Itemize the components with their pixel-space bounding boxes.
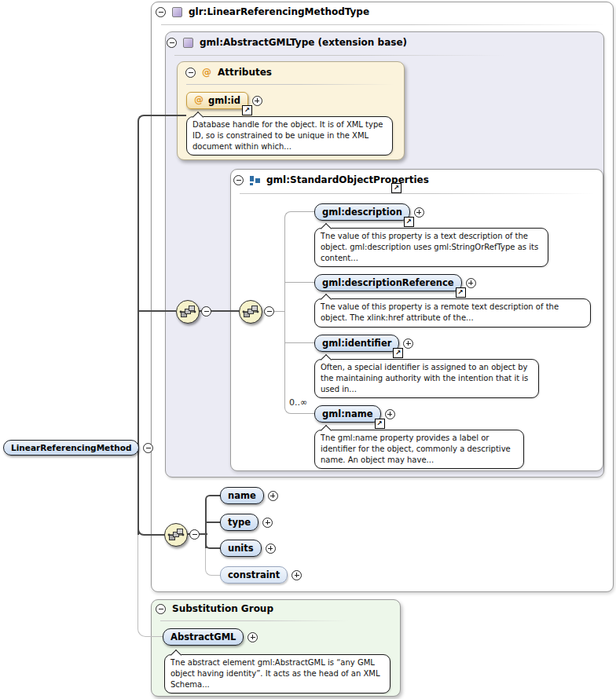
element-label: gml:identifier (322, 338, 391, 349)
connector (285, 282, 314, 283)
connector (273, 311, 284, 312)
element-label: gml:name (322, 408, 373, 419)
connector (138, 122, 139, 535)
element-label: LinearReferencingMethod (11, 443, 131, 452)
complex-type-icon (183, 38, 193, 48)
schema-diagram: glr:LinearReferencingMethodType gml:Abst… (0, 0, 616, 699)
expand-icon[interactable] (268, 491, 278, 501)
divider (160, 620, 349, 621)
connector (207, 522, 220, 523)
extension-base-title: gml:AbstractGMLType (extension base) (200, 37, 407, 48)
element-AbstractGML[interactable]: AbstractGML (163, 628, 244, 646)
complex-type-icon (172, 7, 182, 17)
connector (284, 220, 285, 408)
documentation-gml-id: Database handle for the object. It is of… (186, 116, 393, 156)
group-title: gml:StandardObjectProperties (266, 174, 429, 185)
expand-icon[interactable] (414, 207, 424, 218)
expand-icon[interactable] (262, 518, 273, 528)
goto-definition-icon[interactable]: ↗ (456, 287, 466, 298)
collapse-icon[interactable] (233, 175, 244, 185)
expand-icon[interactable] (266, 543, 276, 554)
element-gml-identifier[interactable]: gml:identifier ↗ (314, 335, 399, 352)
documentation-gml-description: The value of this property is a text des… (314, 228, 548, 267)
complex-type-title: glr:LinearReferencingMethodType (189, 6, 369, 17)
substitution-group-title: Substitution Group (172, 603, 273, 614)
attribute-icon: @ (194, 95, 204, 105)
element-label: AbstractGML (170, 631, 236, 642)
element-gml-description[interactable]: gml:description ↗ (314, 203, 410, 221)
element-label: constraint (228, 569, 280, 580)
goto-definition-icon[interactable]: ↗ (391, 183, 402, 193)
connector (138, 310, 176, 312)
element-label: gml:description (322, 207, 402, 218)
divider (240, 193, 593, 194)
expand-icon[interactable] (252, 96, 262, 106)
occurrence-label: 0..∞ (289, 397, 307, 408)
connector (205, 548, 220, 576)
documentation-gml-descriptionReference: The value of this property is a remote t… (314, 298, 591, 328)
collapse-icon[interactable] (156, 7, 166, 17)
documentation-AbstractGML: The abstract element gml:AbstractGML is … (164, 654, 390, 694)
connector (205, 495, 220, 504)
element-label: name (228, 490, 256, 501)
divider (186, 84, 394, 85)
sequence-icon[interactable] (239, 300, 262, 324)
attributes-title: Attributes (218, 67, 272, 78)
element-name[interactable]: name (220, 487, 264, 504)
element-type[interactable]: type (220, 514, 258, 531)
divider (161, 24, 605, 25)
element-gml-name[interactable]: gml:name ↗ (314, 405, 381, 423)
connector (138, 115, 186, 124)
goto-definition-icon[interactable]: ↗ (393, 348, 403, 358)
element-gml-descriptionReference[interactable]: gml:descriptionReference ↗ (314, 274, 462, 291)
expand-icon[interactable] (248, 632, 258, 642)
collapse-icon[interactable] (167, 38, 177, 48)
connector (285, 342, 314, 343)
divider (174, 55, 504, 56)
documentation-gml-name: The gml:name property provides a label o… (314, 430, 524, 469)
sequence-icon[interactable] (164, 523, 188, 547)
collapse-icon[interactable] (143, 443, 153, 453)
documentation-gml-identifier: Often, a special identifier is assigned … (314, 359, 539, 398)
element-label: type (228, 517, 251, 528)
goto-definition-icon[interactable]: ↗ (404, 217, 414, 227)
connector (138, 535, 163, 637)
sequence-icon[interactable] (176, 300, 200, 324)
goto-definition-icon[interactable]: ↗ (242, 105, 252, 115)
element-units[interactable]: units (220, 540, 262, 557)
collapse-icon[interactable] (201, 306, 211, 317)
attribute-gml-id[interactable]: @ gml:id ↗ (186, 92, 248, 109)
goto-definition-icon[interactable]: ↗ (375, 419, 385, 429)
attribute-icon: @ (202, 68, 211, 78)
collapse-icon[interactable] (156, 604, 166, 614)
element-constraint[interactable]: constraint (220, 566, 288, 584)
connector (284, 211, 314, 222)
model-group-icon (250, 175, 260, 185)
attribute-label: gml:id (208, 95, 240, 106)
element-label: units (228, 543, 254, 554)
expand-icon[interactable] (403, 339, 413, 349)
expand-icon[interactable] (466, 278, 476, 288)
collapse-icon[interactable] (185, 68, 196, 78)
collapse-icon[interactable] (264, 306, 274, 317)
element-LinearReferencingMethod[interactable]: LinearReferencingMethod (3, 440, 139, 456)
expand-icon[interactable] (385, 409, 395, 419)
collapse-icon[interactable] (189, 529, 200, 540)
element-label: gml:descriptionReference (322, 277, 454, 288)
expand-icon[interactable] (292, 570, 302, 580)
